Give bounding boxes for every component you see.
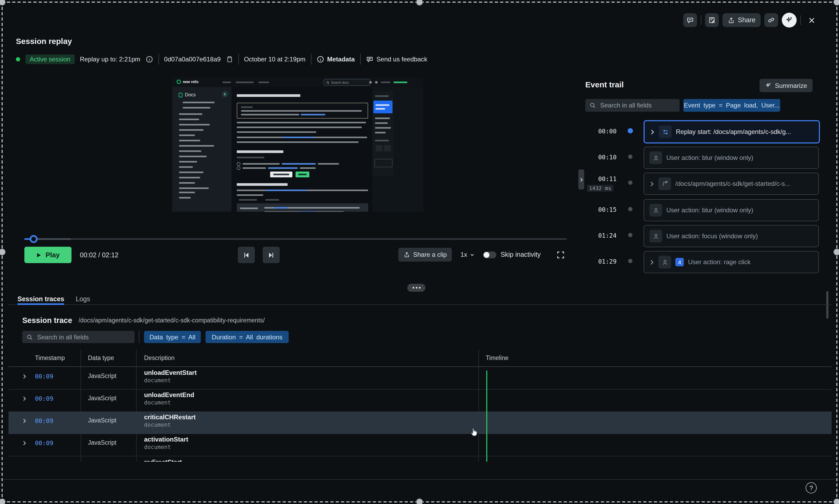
row-expand-icon[interactable] [22,418,26,424]
skip-back-button[interactable] [238,247,255,263]
selection-handle[interactable] [0,499,5,504]
duration-filter-pill[interactable]: Duration = All durations [206,331,289,343]
skip-forward-button[interactable] [263,247,280,263]
summarize-button[interactable]: Summarize [760,79,812,92]
selection-handle[interactable] [0,249,5,255]
tab-session-traces[interactable]: Session traces [17,295,64,303]
data-type-filter-pill[interactable]: Data type = All [144,331,201,343]
pane-resize-handle[interactable] [407,284,425,292]
chevron-right-icon[interactable] [649,181,654,186]
event-dot [628,233,632,237]
redacted-text-bar [183,107,210,109]
metadata-button[interactable]: Metadata [317,56,355,63]
ai-assistant-button[interactable] [782,13,797,28]
chevron-right-icon[interactable] [649,259,654,265]
notes-button[interactable] [705,13,719,27]
selection-handle[interactable] [416,499,423,504]
preview-search: Search docs [324,79,370,86]
feedback-icon [366,56,373,63]
event-card-rage-click[interactable]: 4 User action: rage click [644,251,819,273]
tab-logs[interactable]: Logs [76,295,90,303]
copy-link-button[interactable] [765,13,778,27]
cell-timestamp[interactable]: 00:09 [35,373,53,380]
col-description[interactable]: Description [144,355,175,361]
event-label: Replay start: /docs/apm/agents/c-sdk/g..… [676,128,791,136]
playback-time: 00:02 / 02:12 [80,251,119,258]
chevron-right-icon[interactable] [650,129,655,135]
progress-handle[interactable] [30,235,38,243]
replay-video-preview[interactable]: new relic Search docs Docs [172,77,423,212]
event-type-filter-pill[interactable]: Event type = Page load, User... [683,99,780,112]
col-data-type[interactable]: Data type [88,355,114,361]
event-search-input[interactable] [599,101,675,110]
cell-timestamp[interactable]: 00:09 [35,439,53,447]
event-card-user-action[interactable]: User action: blur (window only) [644,199,819,221]
feedback-button[interactable]: Send us feedback [366,56,427,63]
redacted-content [183,102,215,109]
share-button[interactable]: Share [722,13,761,27]
redacted-text-bar [237,141,359,143]
skip-inactivity-toggle[interactable] [483,251,496,258]
chevron-down-icon [470,252,475,257]
row-expand-icon[interactable] [22,440,26,446]
preview-callout [237,103,368,119]
event-card-user-action[interactable]: User action: blur (window only) [644,147,819,169]
row-expand-icon[interactable] [22,374,26,379]
redacted-text-bar [179,192,195,193]
row-expand-icon[interactable] [22,396,26,401]
selection-handle[interactable] [834,0,839,5]
share-clip-button[interactable]: Share a clip [398,248,452,262]
session-replay-window: Share Session replay Active session Repl… [0,0,839,504]
cell-description: unloadEventStart [144,369,197,376]
event-duration: 1432 ms [587,185,613,192]
panel-expander-tab[interactable] [578,169,584,190]
skip-forward-icon [268,252,274,258]
speed-value: 1x [461,251,467,258]
comment-button[interactable] [683,13,697,27]
event-label: User action: rage click [688,258,751,266]
fullscreen-button[interactable] [557,251,565,258]
preview-toc [372,91,394,176]
close-button[interactable] [805,13,819,27]
header-divider [158,54,159,65]
redacted-text-bar [179,140,200,141]
event-dot [628,259,632,263]
redacted-text-bar [237,122,366,123]
selection-handle[interactable] [834,249,839,255]
selection-handle[interactable] [0,0,5,5]
clipboard-icon[interactable] [226,56,233,63]
redacted-text-bar [179,119,199,120]
help-button[interactable]: ? [806,482,817,493]
scrollbar-thumb[interactable] [826,291,828,319]
event-card-user-action[interactable]: User action: focus (window only) [644,225,819,247]
play-button[interactable]: Play [24,247,72,263]
trace-search[interactable] [22,331,135,343]
redacted-text-bar [179,166,193,168]
redacted-text-bar [179,187,209,189]
redacted-text-bar [179,156,207,157]
playback-speed-dropdown[interactable]: 1x [461,251,475,258]
selection-handle[interactable] [834,499,839,504]
selection-handle[interactable] [416,0,423,5]
event-dot [628,155,632,159]
redacted-text-bar [179,150,201,152]
event-time: 00:11 [585,175,617,183]
redacted-content [222,82,269,83]
event-search[interactable] [585,99,680,112]
cell-timestamp[interactable]: 00:09 [35,395,53,402]
mouse-cursor [469,426,479,437]
col-timeline[interactable]: Timeline [486,355,508,361]
redacted-content [237,162,339,166]
info-icon[interactable] [146,56,153,63]
trace-search-input[interactable] [36,333,130,341]
replay-up-to: Replay up to: 2:21pm [80,56,140,63]
session-trace-header: Session trace /docs/apm/agents/c-sdk/get… [22,316,265,325]
toggle-knob [484,252,489,257]
event-card-replay-start[interactable]: Replay start: /docs/apm/agents/c-sdk/g..… [644,120,820,143]
event-count-badge: 4 [675,258,684,266]
redacted-content [237,122,366,133]
event-card-page-view[interactable]: /docs/apm/agents/c-sdk/get-started/c-s..… [644,173,819,195]
cell-description: unloadEventEnd [144,391,194,399]
cell-timestamp[interactable]: 00:09 [35,417,53,425]
col-timestamp[interactable]: Timestamp [35,355,65,361]
